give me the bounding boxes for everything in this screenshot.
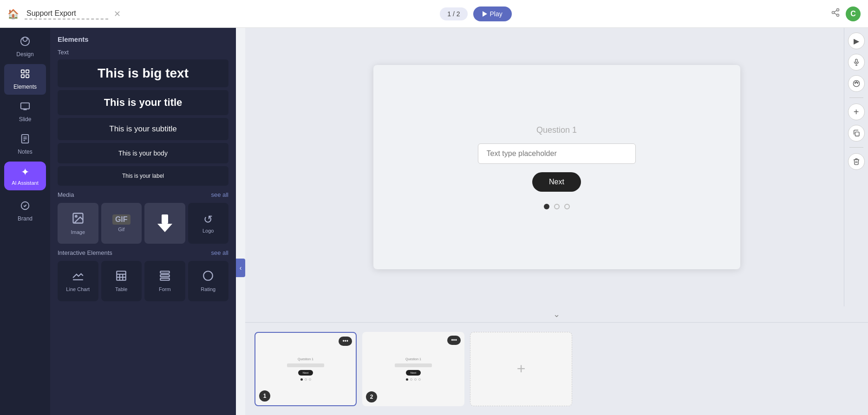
media-item-image[interactable]: Image <box>58 203 98 244</box>
thumb-2-dots <box>406 378 421 381</box>
svg-rect-9 <box>26 75 29 78</box>
text-section-title: Text <box>58 49 228 56</box>
media-item-arrow[interactable] <box>144 203 185 244</box>
sidebar-item-notes[interactable]: Notes <box>4 129 46 160</box>
media-item-gif[interactable]: GIF Gif <box>101 203 142 244</box>
expand-button[interactable]: ⌄ <box>245 306 868 322</box>
text-block-title[interactable]: This is your title <box>58 90 228 115</box>
thumb-1-dot-3 <box>309 378 311 381</box>
text-block-big[interactable]: This is big text <box>58 59 228 87</box>
image-label: Image <box>71 229 85 235</box>
sidebar-slide-label: Slide <box>19 116 32 123</box>
gif-icon: GIF <box>112 214 131 225</box>
thumb-2-dot-4 <box>418 378 421 381</box>
logo-icon: ↺ <box>203 213 213 226</box>
thumb-1-next: Next <box>298 370 313 376</box>
svg-rect-10 <box>21 103 29 109</box>
text-block-label[interactable]: This is your label <box>58 166 228 186</box>
add-tool-button[interactable]: + <box>848 104 865 120</box>
brand-icon <box>20 201 30 214</box>
share-icon[interactable] <box>831 8 840 19</box>
svg-point-34 <box>855 83 855 84</box>
interactive-item-rating[interactable]: Rating <box>188 261 229 302</box>
interactive-item-linechart[interactable]: Line Chart <box>58 261 98 302</box>
thumb-1-menu[interactable]: ••• <box>339 337 352 346</box>
thumb-2-menu[interactable]: ••• <box>447 336 461 345</box>
play-tool-button[interactable]: ▶ <box>848 32 865 49</box>
media-item-logo[interactable]: ↺ Logo <box>188 203 229 244</box>
sidebar-item-slide[interactable]: Slide <box>4 97 46 127</box>
interactive-section-title: Interactive Elements <box>58 249 112 256</box>
thumb-1-dots <box>300 378 311 381</box>
user-avatar[interactable]: C <box>846 6 861 21</box>
duplicate-tool-button[interactable] <box>848 125 865 142</box>
image-icon <box>72 212 85 227</box>
delete-tool-button[interactable] <box>848 153 865 170</box>
main-layout: Design Elements Slide Notes ✦ AI Assista… <box>0 28 868 415</box>
interactive-item-form[interactable]: Form <box>144 261 185 302</box>
project-title-input[interactable] <box>25 8 108 19</box>
thumb-1-input <box>287 363 324 367</box>
dot-3 <box>564 204 570 209</box>
sidebar-item-design[interactable]: Design <box>4 32 46 62</box>
sidebar-elements-label: Elements <box>13 84 37 90</box>
form-label: Form <box>159 286 171 292</box>
add-slide-button[interactable]: + <box>470 332 572 406</box>
panel-title: Elements <box>58 35 228 43</box>
slide-next-button[interactable]: Next <box>532 172 581 192</box>
slide-dots <box>544 204 570 209</box>
svg-rect-27 <box>160 275 170 277</box>
form-icon <box>159 270 171 285</box>
play-button[interactable]: Play <box>473 6 512 21</box>
logo-label: Logo <box>202 228 214 233</box>
interactive-header: Interactive Elements see all <box>58 249 228 256</box>
pagination-display: 1 / 2 <box>440 7 467 20</box>
slide-text-input[interactable] <box>478 143 636 164</box>
gif-label: Gif <box>118 227 124 232</box>
interactive-see-all-link[interactable]: see all <box>211 249 228 256</box>
mic-tool-button[interactable] <box>848 54 865 71</box>
home-icon[interactable]: 🏠 <box>7 8 19 19</box>
dot-1 <box>544 204 549 209</box>
svg-point-29 <box>204 272 213 281</box>
dot-2 <box>554 204 560 209</box>
sidebar-design-label: Design <box>16 51 33 58</box>
thumb-1-dot-2 <box>305 378 307 381</box>
palette-tool-button[interactable] <box>848 75 865 92</box>
slide-icon <box>20 101 30 114</box>
text-block-body[interactable]: This is your body <box>58 143 228 163</box>
interactive-grid: Line Chart Table Form Rating <box>58 261 228 302</box>
ai-icon: ✦ <box>21 166 29 178</box>
sidebar-item-ai[interactable]: ✦ AI Assistant <box>4 162 46 190</box>
svg-point-36 <box>856 82 857 83</box>
svg-line-3 <box>834 13 837 14</box>
media-see-all-link[interactable]: see all <box>211 191 228 198</box>
topbar: 🏠 ✕ 1 / 2 Play C <box>0 0 868 28</box>
thumbnail-2[interactable]: Question 1 Next 2 ••• <box>362 332 464 406</box>
canvas-area: ▶ + Question 1 <box>245 28 868 415</box>
thumb-2-question: Question 1 <box>405 357 421 361</box>
svg-rect-26 <box>160 272 170 273</box>
sidebar-item-elements[interactable]: Elements <box>4 64 46 95</box>
panel-collapse-button[interactable]: ‹ <box>236 259 245 277</box>
thumbnail-1[interactable]: Question 1 Next 1 ••• <box>255 332 357 406</box>
text-block-subtitle[interactable]: This is your subtitle <box>58 118 228 140</box>
sidebar-item-brand[interactable]: Brand <box>4 196 46 227</box>
interactive-item-table[interactable]: Table <box>101 261 142 302</box>
media-section-title: Media <box>58 191 74 198</box>
canvas-main: ▶ + Question 1 <box>245 28 868 306</box>
svg-rect-30 <box>855 59 857 62</box>
tool-separator2 <box>849 147 863 148</box>
rating-label: Rating <box>201 286 215 292</box>
sidebar-ai-label: AI Assistant <box>12 180 38 186</box>
svg-point-1 <box>832 12 835 14</box>
thumbnails-strip: Question 1 Next 1 ••• Question 1 <box>245 322 868 415</box>
linechart-icon <box>72 270 84 285</box>
title-close-icon[interactable]: ✕ <box>114 9 121 19</box>
svg-rect-8 <box>21 75 24 78</box>
design-icon <box>20 36 30 49</box>
thumb-1-dot-1 <box>300 378 303 381</box>
svg-rect-7 <box>26 70 29 73</box>
add-slide-icon: + <box>517 360 526 377</box>
thumb-2-input <box>395 363 432 367</box>
